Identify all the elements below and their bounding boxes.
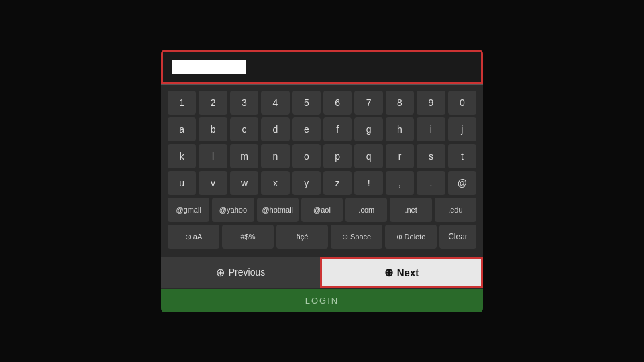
key-gmail[interactable]: @gmail (168, 198, 209, 222)
number-row: 1 2 3 4 5 6 7 8 9 0 (168, 90, 476, 115)
key-e[interactable]: e (292, 117, 321, 141)
keyboard-container: 1 2 3 4 5 6 7 8 9 0 a b c d e f g h i j … (161, 50, 483, 312)
key-o[interactable]: o (292, 144, 321, 168)
login-bar[interactable]: LOGIN (161, 289, 483, 312)
special-row: ⊙ aA #$% äçé ⊕ Space ⊕ Delete Clear (168, 225, 476, 249)
key-r[interactable]: r (386, 144, 414, 168)
key-symbols[interactable]: #$% (222, 225, 274, 249)
key-x[interactable]: x (261, 171, 289, 195)
key-a[interactable]: a (168, 117, 196, 141)
key-0[interactable]: 0 (448, 90, 476, 115)
key-y[interactable]: y (292, 171, 321, 195)
key-u[interactable]: u (168, 171, 196, 195)
key-exclaim[interactable]: ! (354, 171, 382, 195)
text-input-display[interactable] (172, 60, 246, 74)
key-p[interactable]: p (323, 144, 352, 168)
key-aol[interactable]: @aol (301, 198, 343, 222)
key-s[interactable]: s (417, 144, 445, 168)
key-8[interactable]: 8 (386, 90, 414, 115)
previous-label: Previous (229, 267, 265, 278)
key-b[interactable]: b (199, 117, 227, 141)
key-i[interactable]: i (417, 117, 445, 141)
key-space[interactable]: ⊕ Space (331, 225, 382, 249)
key-k[interactable]: k (168, 144, 196, 168)
key-1[interactable]: 1 (168, 90, 196, 115)
key-z[interactable]: z (323, 171, 352, 195)
key-dotcom[interactable]: .com (345, 198, 387, 222)
key-dotnet[interactable]: .net (390, 198, 431, 222)
key-period[interactable]: . (417, 171, 445, 195)
key-clear[interactable]: Clear (439, 225, 476, 249)
alpha-row-2: k l m n o p q r s t (168, 144, 476, 168)
alpha-row-1: a b c d e f g h i j (168, 117, 476, 141)
key-l[interactable]: l (199, 144, 227, 168)
key-c[interactable]: c (230, 117, 258, 141)
key-yahoo[interactable]: @yahoo (212, 198, 254, 222)
key-at[interactable]: @ (448, 171, 476, 195)
key-4[interactable]: 4 (261, 90, 289, 115)
next-button[interactable]: ⊕ Next (320, 257, 483, 288)
alpha-row-3: u v w x y z ! , . @ (168, 171, 476, 195)
key-3[interactable]: 3 (230, 90, 258, 115)
key-h[interactable]: h (386, 117, 414, 141)
email-row: @gmail @yahoo @hotmail @aol .com .net .e… (168, 198, 476, 222)
previous-icon: ⊕ (216, 266, 225, 279)
next-icon: ⊕ (384, 266, 393, 279)
next-label: Next (397, 267, 419, 278)
keys-section: 1 2 3 4 5 6 7 8 9 0 a b c d e f g h i j … (161, 85, 483, 254)
key-dotedu[interactable]: .edu (435, 198, 476, 222)
previous-button[interactable]: ⊕ Previous (161, 257, 320, 288)
key-7[interactable]: 7 (354, 90, 382, 115)
key-w[interactable]: w (230, 171, 258, 195)
key-q[interactable]: q (354, 144, 382, 168)
bottom-buttons: ⊕ Previous ⊕ Next (161, 257, 483, 288)
key-hotmail[interactable]: @hotmail (257, 198, 299, 222)
key-t[interactable]: t (448, 144, 476, 168)
key-g[interactable]: g (354, 117, 382, 141)
key-6[interactable]: 6 (323, 90, 352, 115)
login-label: LOGIN (305, 296, 339, 306)
key-n[interactable]: n (261, 144, 289, 168)
key-5[interactable]: 5 (292, 90, 321, 115)
key-9[interactable]: 9 (417, 90, 445, 115)
key-case[interactable]: ⊙ aA (168, 225, 219, 249)
key-m[interactable]: m (230, 144, 258, 168)
key-delete[interactable]: ⊕ Delete (385, 225, 437, 249)
key-j[interactable]: j (448, 117, 476, 141)
key-f[interactable]: f (323, 117, 352, 141)
key-d[interactable]: d (261, 117, 289, 141)
key-comma[interactable]: , (386, 171, 414, 195)
key-v[interactable]: v (199, 171, 227, 195)
input-area (161, 50, 483, 84)
key-accents[interactable]: äçé (276, 225, 328, 249)
key-2[interactable]: 2 (199, 90, 227, 115)
